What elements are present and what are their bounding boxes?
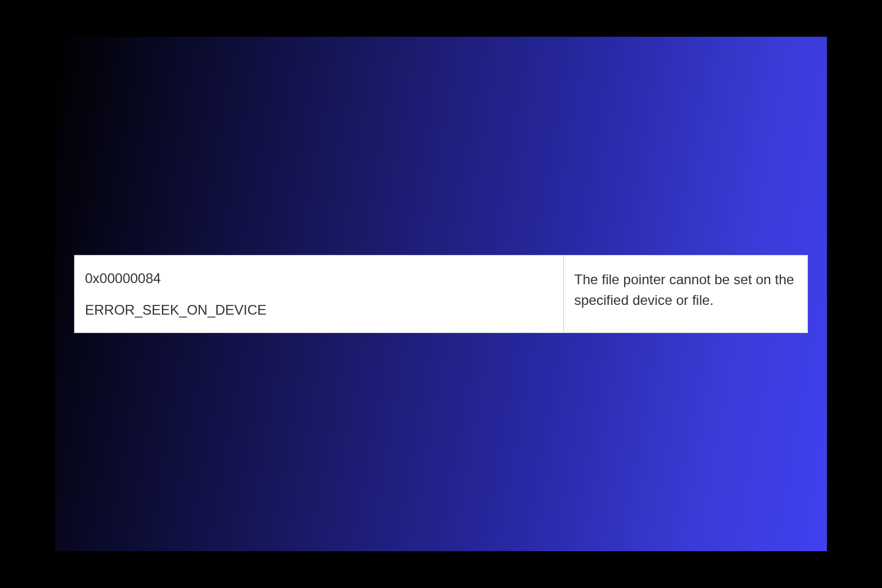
gradient-background: 0x00000084 ERROR_SEEK_ON_DEVICE The file…	[55, 37, 827, 551]
error-description-text: The file pointer cannot be set on the sp…	[574, 269, 797, 311]
error-code-cell: 0x00000084 ERROR_SEEK_ON_DEVICE	[75, 256, 564, 332]
error-name-value: ERROR_SEEK_ON_DEVICE	[85, 301, 553, 319]
error-code-value: 0x00000084	[85, 269, 553, 287]
error-description-cell: The file pointer cannot be set on the sp…	[564, 256, 807, 332]
error-table-row: 0x00000084 ERROR_SEEK_ON_DEVICE The file…	[74, 255, 808, 333]
